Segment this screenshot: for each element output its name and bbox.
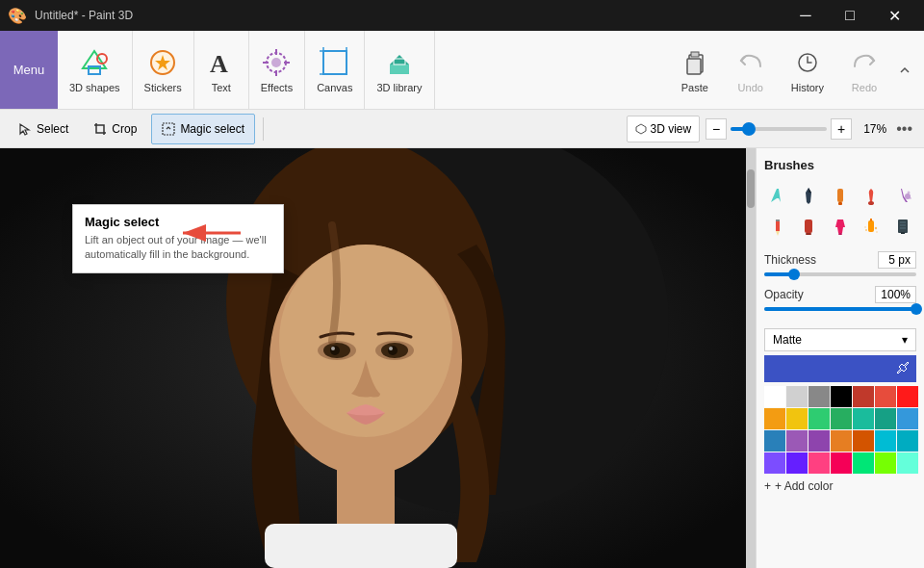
brush-item-3[interactable] bbox=[827, 182, 854, 209]
zoom-in-button[interactable]: + bbox=[831, 118, 852, 140]
redo-icon bbox=[849, 47, 880, 78]
zoom-slider[interactable] bbox=[731, 127, 827, 131]
color-brightred[interactable] bbox=[897, 386, 918, 407]
color-white[interactable] bbox=[764, 386, 785, 407]
brush-item-1[interactable] bbox=[764, 182, 791, 209]
scrollbar-thumb[interactable] bbox=[747, 169, 755, 208]
ribbon-redo[interactable]: Redo bbox=[837, 43, 891, 97]
brush-item-7[interactable] bbox=[795, 213, 822, 240]
zoom-slider-thumb[interactable] bbox=[742, 122, 756, 136]
brush-item-5[interactable] bbox=[889, 182, 916, 209]
color-mode-label: Matte bbox=[773, 333, 802, 347]
plus-icon: + bbox=[764, 479, 771, 493]
color-palette bbox=[764, 386, 916, 474]
color-darkgreen[interactable] bbox=[831, 408, 852, 429]
ribbon-collapse-button[interactable] bbox=[893, 59, 916, 82]
opacity-slider-thumb[interactable] bbox=[911, 303, 922, 315]
svg-rect-30 bbox=[337, 456, 395, 533]
ribbon-undo[interactable]: Undo bbox=[724, 43, 778, 97]
brush-item-2[interactable] bbox=[795, 182, 822, 209]
color-orange[interactable] bbox=[764, 408, 785, 429]
color-darkblue[interactable] bbox=[764, 430, 785, 452]
svg-point-56 bbox=[865, 229, 867, 231]
opacity-slider[interactable] bbox=[764, 307, 916, 311]
crop-button[interactable]: Crop bbox=[83, 114, 147, 144]
crop-icon bbox=[93, 122, 107, 136]
brush-item-9[interactable] bbox=[858, 213, 885, 240]
3d-view-button[interactable]: 3D view bbox=[627, 116, 701, 142]
svg-rect-53 bbox=[838, 233, 842, 235]
ribbon-3dlibrary[interactable]: 3D library bbox=[365, 31, 434, 109]
svg-point-58 bbox=[864, 226, 866, 228]
color-burntorange[interactable] bbox=[853, 430, 874, 452]
selected-color-swatch[interactable] bbox=[764, 355, 916, 382]
vertical-scrollbar[interactable] bbox=[746, 148, 756, 568]
ribbon-paste[interactable]: Paste bbox=[668, 43, 722, 97]
paste-label: Paste bbox=[681, 82, 708, 93]
select-button[interactable]: Select bbox=[8, 114, 79, 144]
app-icon: 🎨 bbox=[8, 7, 27, 25]
brush-item-8[interactable] bbox=[827, 213, 854, 240]
brush-item-10[interactable] bbox=[889, 213, 916, 240]
color-gray[interactable] bbox=[808, 386, 830, 407]
color-darkred[interactable] bbox=[853, 386, 874, 407]
title-bar: 🎨 Untitled* - Paint 3D ─ □ ✕ bbox=[0, 0, 924, 31]
3dlibrary-icon bbox=[384, 47, 415, 78]
menu-button[interactable]: Menu bbox=[0, 31, 58, 109]
color-cyan[interactable] bbox=[897, 430, 918, 452]
effects-label: Effects bbox=[261, 82, 293, 93]
canvas-area[interactable]: Magic select Lift an object out of your … bbox=[0, 148, 746, 568]
minimize-button[interactable]: ─ bbox=[783, 0, 828, 31]
color-darkpurple[interactable] bbox=[808, 430, 830, 452]
history-icon bbox=[792, 47, 823, 78]
color-lightblue[interactable] bbox=[875, 430, 896, 452]
svg-rect-54 bbox=[868, 220, 874, 232]
canvas-label: Canvas bbox=[317, 82, 352, 93]
ribbon-stickers[interactable]: Stickers bbox=[133, 31, 194, 109]
color-mode-dropdown[interactable]: Matte ▾ bbox=[764, 328, 916, 351]
eyedropper-button[interactable] bbox=[895, 360, 911, 378]
toolbar: Select Crop Magic select 3D view − + 17% bbox=[0, 110, 924, 148]
color-lime[interactable] bbox=[875, 452, 896, 474]
ribbon-text[interactable]: A Text bbox=[194, 31, 249, 109]
color-violet[interactable] bbox=[764, 452, 785, 474]
effects-icon bbox=[261, 47, 292, 78]
maximize-button[interactable]: □ bbox=[828, 0, 872, 31]
brush-item-4[interactable] bbox=[858, 182, 885, 209]
color-lightteal[interactable] bbox=[897, 452, 918, 474]
undo-icon bbox=[735, 47, 766, 78]
text-icon: A bbox=[206, 47, 237, 78]
color-teal[interactable] bbox=[853, 408, 874, 429]
color-yellow[interactable] bbox=[786, 408, 808, 429]
ribbon-history[interactable]: History bbox=[780, 43, 835, 97]
color-blue[interactable] bbox=[897, 408, 918, 429]
color-lightgray[interactable] bbox=[786, 386, 808, 407]
brush-item-6[interactable] bbox=[764, 213, 791, 240]
ribbon-3dshapes[interactable]: 3D shapes bbox=[58, 31, 133, 109]
magic-select-button[interactable]: Magic select bbox=[151, 114, 255, 144]
svg-rect-43 bbox=[838, 202, 842, 205]
color-hotpink[interactable] bbox=[831, 452, 852, 474]
color-red[interactable] bbox=[875, 386, 896, 407]
more-options-button[interactable]: ••• bbox=[892, 118, 916, 140]
color-purple[interactable] bbox=[786, 430, 808, 452]
svg-marker-24 bbox=[636, 124, 646, 134]
color-darkteal[interactable] bbox=[875, 408, 896, 429]
add-color-button[interactable]: + + Add color bbox=[764, 479, 916, 493]
color-brightviolet[interactable] bbox=[786, 452, 808, 474]
color-brightgreen[interactable] bbox=[853, 452, 874, 474]
svg-point-39 bbox=[389, 347, 393, 350]
close-button[interactable]: ✕ bbox=[872, 0, 916, 31]
color-darkorange[interactable] bbox=[831, 430, 852, 452]
zoom-out-button[interactable]: − bbox=[706, 118, 727, 140]
thickness-slider-thumb[interactable] bbox=[788, 269, 800, 280]
tooltip-description: Lift an object out of your image — we'll… bbox=[85, 233, 271, 263]
color-black[interactable] bbox=[831, 386, 852, 407]
main-area: Magic select Lift an object out of your … bbox=[0, 148, 924, 568]
select-icon bbox=[18, 122, 32, 136]
color-green[interactable] bbox=[808, 408, 830, 429]
thickness-slider[interactable] bbox=[764, 272, 916, 276]
ribbon-effects[interactable]: Effects bbox=[249, 31, 305, 109]
color-pink[interactable] bbox=[808, 452, 830, 474]
ribbon-canvas[interactable]: Canvas bbox=[305, 31, 365, 109]
